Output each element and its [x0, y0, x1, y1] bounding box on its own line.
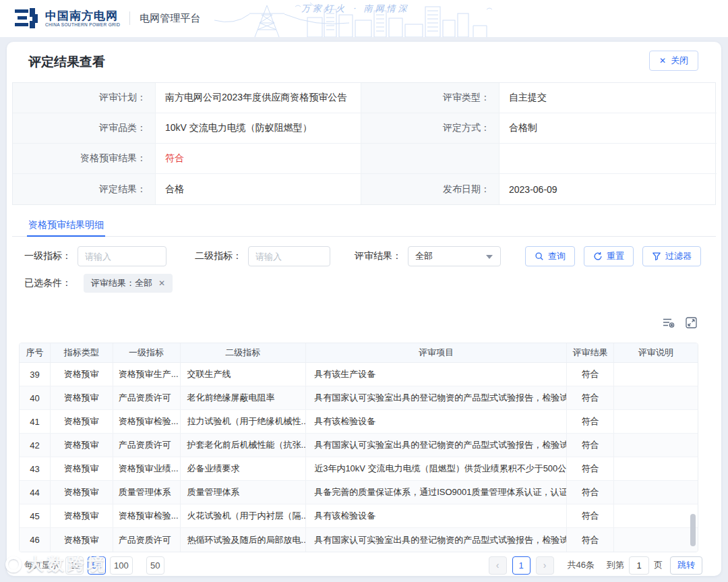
prev-page-button[interactable]: ‹ — [489, 556, 507, 575]
condition-chip-text: 评审结果：全部 — [91, 277, 152, 289]
info-value: 合格制 — [499, 113, 717, 144]
table-row: 42资格预审产品资质许可护套老化前后机械性能（抗张...具有国家认可实验室出具的… — [20, 434, 698, 457]
page-title: 评定结果查看 — [28, 53, 105, 71]
cell-no: 44 — [20, 481, 51, 504]
condition-chip: 评审结果：全部 ✕ — [84, 274, 173, 293]
cell-review-result: 符合 — [567, 434, 614, 457]
selected-conditions-row: 已选条件： 评审结果：全部 ✕ — [24, 274, 173, 293]
table-header-row: 序号 指标类型 一级指标 二级指标 评审项目 评审结果 评审说明 — [20, 343, 698, 363]
cell-review-result: 符合 — [567, 457, 614, 480]
cell-review-result: 符合 — [567, 386, 614, 409]
cell-level2: 火花试验机（用于内衬层（隔... — [181, 504, 307, 527]
info-label: 资格预审结果： — [13, 144, 156, 174]
tab-strip: 资格预审结果明细 — [12, 214, 716, 237]
table-tools — [663, 317, 697, 331]
cell-review-result: 符合 — [567, 481, 614, 504]
level1-indicator-label: 一级指标： — [24, 250, 71, 262]
cell-no: 41 — [20, 410, 51, 433]
cell-indicator-type: 资格预审 — [51, 457, 113, 480]
screen: 中国南方电网 CHINA SOUTHERN POWER GRID 电网管理平台 — [0, 0, 728, 582]
level2-indicator-label: 二级指标： — [195, 250, 242, 262]
info-value: 10kV 交流电力电缆（防蚁阻燃型） — [156, 113, 361, 144]
info-value: 2023-06-09 — [499, 174, 717, 204]
close-button[interactable]: ✕ 关闭 — [649, 51, 698, 71]
table-row: 45资格预审资格预审检验...火花试验机（用于内衬层（隔...具有该检验设备符合 — [20, 504, 698, 528]
cell-review-item: 近3年内10kV 交流电力电缆（阻燃型）供货业绩累积不少于500公里... — [306, 457, 567, 480]
review-result-select[interactable]: 全部 — [408, 246, 501, 266]
reset-button[interactable]: 重置 — [584, 246, 634, 266]
cell-level2: 老化前绝缘屏蔽电阻率 — [181, 386, 307, 409]
brand: 中国南方电网 CHINA SOUTHERN POWER GRID 电网管理平台 — [15, 8, 200, 28]
cell-review-note — [614, 504, 698, 527]
table-row: 43资格预审资格预审业绩...必备业绩要求近3年内10kV 交流电力电缆（阻燃型… — [20, 457, 698, 481]
level2-indicator-input[interactable] — [248, 246, 330, 266]
cell-level2: 质量管理体系 — [181, 481, 307, 504]
cell-indicator-type: 资格预审 — [51, 386, 113, 409]
cell-level2: 拉力试验机（用于绝缘机械性... — [181, 410, 307, 433]
level1-indicator-input[interactable] — [78, 246, 166, 266]
tab-prequalification-detail[interactable]: 资格预审结果明细 — [27, 215, 105, 237]
cell-no: 45 — [20, 504, 51, 527]
cell-level1: 资格预审检验... — [113, 410, 181, 433]
close-icon: ✕ — [659, 56, 666, 65]
cell-review-item: 具有该生产设备 — [306, 363, 567, 386]
current-page-button[interactable]: 1 — [512, 556, 530, 575]
brand-text: 中国南方电网 CHINA SOUTHERN POWER GRID — [45, 10, 120, 27]
close-label: 关闭 — [671, 55, 688, 67]
cell-level1: 产品资质许可 — [113, 528, 181, 552]
filter-bar: 一级指标： 二级指标： 评审结果： 全部 查询 — [24, 246, 701, 266]
cell-review-item: 具有该检验设备 — [306, 504, 567, 527]
cell-no: 42 — [20, 434, 51, 457]
refresh-icon — [593, 252, 603, 261]
brand-divider — [129, 11, 130, 25]
pagination-bar: 每页显示 25 50 100 50 ‹ 1 › 共46条 到第 页 跳转 — [24, 556, 702, 575]
page-size-extra[interactable]: 50 — [146, 556, 164, 575]
cell-level2: 交联生产线 — [181, 363, 307, 386]
next-page-button[interactable]: › — [536, 556, 554, 575]
info-label: 评定方式： — [361, 113, 499, 144]
jump-button[interactable]: 跳转 — [670, 556, 702, 575]
cell-indicator-type: 资格预审 — [51, 528, 113, 552]
info-value: 南方电网公司2023年度供应商资格预审公告 — [156, 83, 361, 113]
cell-review-item: 具有国家认可实验室出具的登记物资的产品型式试验报告，检验试验... — [306, 528, 567, 552]
goto-page: 到第 页 跳转 — [607, 556, 702, 575]
col-header-review-note: 评审说明 — [614, 343, 698, 362]
col-header-level1: 一级指标 — [113, 343, 181, 362]
col-header-no: 序号 — [20, 343, 51, 362]
filter-button[interactable]: 过滤器 — [642, 246, 701, 266]
cell-indicator-type: 资格预审 — [51, 434, 113, 457]
query-button[interactable]: 查询 — [525, 246, 575, 266]
page-size-50[interactable]: 50 — [88, 556, 106, 575]
cell-review-item: 具有国家认可实验室出具的登记物资的产品型式试验报告，检验试验... — [306, 434, 567, 457]
cell-review-result: 符合 — [567, 410, 614, 433]
column-settings-icon[interactable] — [663, 317, 675, 331]
cell-review-result: 符合 — [567, 528, 614, 552]
col-header-review-result: 评审结果 — [567, 343, 614, 362]
reset-label: 重置 — [607, 250, 624, 262]
table-row: 44资格预审质量管理体系质量管理体系具备完善的质量保证体系，通过ISO9001质… — [20, 481, 698, 504]
selected-conditions-label: 已选条件： — [24, 277, 71, 289]
per-page-label: 每页显示 — [24, 559, 59, 571]
chip-close-icon[interactable]: ✕ — [158, 279, 165, 288]
total-count: 共46条 — [568, 559, 595, 571]
table-body: 39资格预审资格预审生产...交联生产线具有该生产设备符合40资格预审产品资质许… — [20, 363, 698, 552]
fullscreen-icon[interactable] — [686, 317, 697, 331]
cell-review-note — [614, 386, 698, 409]
info-value: 合格 — [156, 174, 361, 204]
cell-indicator-type: 资格预审 — [51, 504, 113, 527]
col-header-indicator-type: 指标类型 — [51, 343, 113, 362]
goto-page-input[interactable] — [629, 556, 649, 575]
page-size-25[interactable]: 25 — [65, 556, 84, 575]
vertical-scrollbar-thumb[interactable] — [690, 514, 696, 546]
cell-review-note — [614, 363, 698, 386]
brand-name-en: CHINA SOUTHERN POWER GRID — [45, 22, 120, 27]
page-size-100[interactable]: 100 — [110, 556, 133, 575]
review-result-label: 评审结果： — [355, 250, 402, 262]
result-detail-table: 序号 指标类型 一级指标 二级指标 评审项目 评审结果 评审说明 39资格预审资… — [19, 343, 698, 552]
cell-level1: 资格预审检验... — [113, 504, 181, 527]
cell-level2: 护套老化前后机械性能（抗张... — [181, 434, 307, 457]
cell-review-note — [614, 434, 698, 457]
cell-review-note — [614, 481, 698, 504]
info-label: 评审品类： — [13, 113, 156, 144]
cell-review-note — [614, 410, 698, 433]
